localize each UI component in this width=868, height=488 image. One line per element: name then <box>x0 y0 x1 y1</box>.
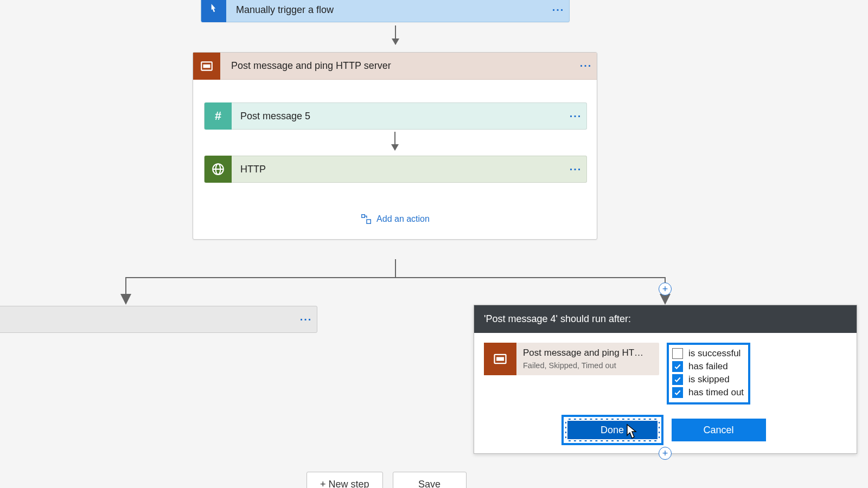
slack-step[interactable]: # Post message 5 ··· <box>204 102 587 130</box>
checkbox-checked-icon[interactable] <box>672 387 683 398</box>
new-step-button[interactable]: + New step <box>307 472 383 488</box>
slack-step-label: Post message 5 <box>232 111 565 122</box>
http-step[interactable]: HTTP ··· <box>204 156 587 183</box>
checkbox-checked-icon[interactable] <box>672 374 683 385</box>
prev-step-title: Post message and ping HTTP s... <box>523 347 648 359</box>
trigger-label: Manually trigger a flow <box>226 4 547 16</box>
svg-rect-7 <box>367 220 371 223</box>
svg-rect-9 <box>496 357 504 361</box>
scope-icon <box>193 53 220 80</box>
run-after-option-label: has failed <box>688 361 728 372</box>
svg-rect-6 <box>362 215 365 218</box>
run-after-option[interactable]: is successful <box>672 347 744 360</box>
cancel-button[interactable]: Cancel <box>672 419 766 441</box>
run-after-option-label: has timed out <box>688 387 744 398</box>
globe-icon <box>205 156 232 183</box>
done-button[interactable]: Done <box>565 419 660 441</box>
run-after-option-label: is successful <box>688 348 741 359</box>
scope-menu-icon[interactable]: ··· <box>575 60 597 72</box>
insert-step-button[interactable]: + <box>659 447 672 460</box>
run-after-option[interactable]: has failed <box>672 360 744 373</box>
slack-menu-icon[interactable]: ··· <box>565 110 586 123</box>
left-branch-menu-icon[interactable]: ··· <box>295 313 317 326</box>
run-after-panel: 'Post message 4' should run after: Post … <box>474 305 857 454</box>
hash-icon: # <box>205 102 232 130</box>
save-button[interactable]: Save <box>393 472 467 488</box>
svg-rect-1 <box>203 64 210 68</box>
run-after-prev-step[interactable]: Post message and ping HTTP s... Failed, … <box>484 343 659 375</box>
run-after-options: is successfulhas failedis skippedhas tim… <box>667 343 750 404</box>
left-branch-label: n <box>0 314 295 325</box>
scope-label: Post message and ping HTTP server <box>220 60 575 72</box>
connector-arrow <box>395 25 396 44</box>
prev-step-status: Failed, Skipped, Timed out <box>523 361 648 371</box>
insert-step-button[interactable]: + <box>659 282 672 296</box>
run-after-option-label: is skipped <box>688 374 730 385</box>
add-action-button[interactable]: Add an action <box>204 213 586 225</box>
run-after-option[interactable]: has timed out <box>672 386 744 399</box>
pointer-icon <box>201 0 226 22</box>
run-after-option[interactable]: is skipped <box>672 373 744 386</box>
run-after-title: 'Post message 4' should run after: <box>474 305 857 333</box>
trigger-card[interactable]: Manually trigger a flow ··· <box>201 0 570 22</box>
scope-icon <box>484 343 516 375</box>
checkbox-unchecked-icon[interactable] <box>672 348 683 359</box>
svg-text:#: # <box>215 109 221 123</box>
checkbox-checked-icon[interactable] <box>672 361 683 372</box>
left-branch-card[interactable]: n ··· <box>0 306 317 333</box>
connector-arrow <box>394 132 395 150</box>
http-step-label: HTTP <box>232 164 565 175</box>
add-action-label: Add an action <box>376 214 430 224</box>
http-menu-icon[interactable]: ··· <box>565 163 586 176</box>
trigger-menu-icon[interactable]: ··· <box>547 4 569 16</box>
scope-header[interactable]: Post message and ping HTTP server ··· <box>193 53 597 80</box>
scope-card[interactable]: Post message and ping HTTP server ··· # … <box>193 52 597 240</box>
